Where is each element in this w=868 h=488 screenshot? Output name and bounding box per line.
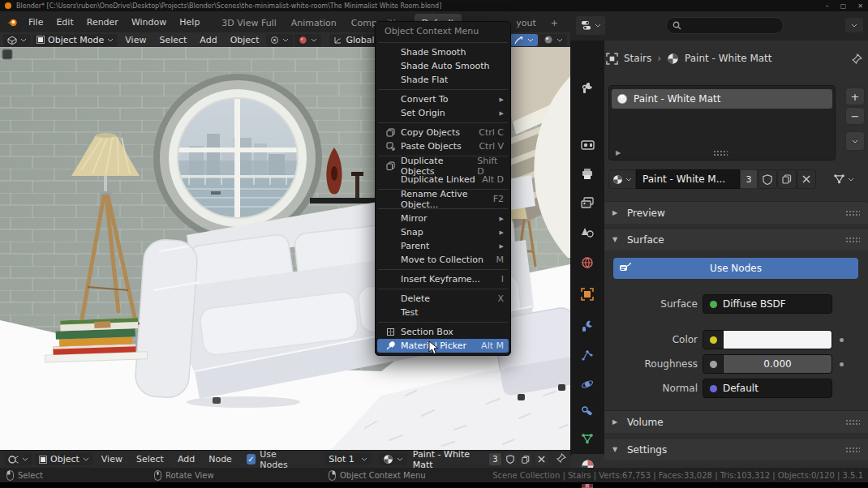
material-slot-list[interactable]: Paint - White Matt ▶ (608, 85, 836, 161)
viewport-menu-object[interactable]: Object (225, 35, 265, 45)
nodetree-selector-button[interactable] (827, 169, 860, 189)
menu-window[interactable]: Window (125, 17, 173, 28)
breadcrumb-object[interactable]: Stairs (624, 53, 651, 64)
unlink-material-button[interactable] (797, 169, 816, 189)
normal-selector[interactable]: Default (703, 379, 832, 398)
menu-item-duplicate-linked[interactable]: Duplicate LinkedAlt D (377, 173, 509, 186)
shader-menu-view[interactable]: View (96, 454, 128, 464)
maximize-button[interactable]: ▢ (840, 2, 847, 10)
shader-type-selector[interactable]: Object (35, 453, 93, 465)
panel-grip[interactable] (845, 237, 860, 242)
transform-pivot-button[interactable] (266, 34, 293, 46)
menu-item-section-box[interactable]: Section Box (377, 325, 509, 339)
panel-grip[interactable] (845, 210, 860, 216)
panel-header-preview[interactable]: ▶ Preview (604, 201, 868, 224)
panel-header-settings[interactable]: ▼ Settings (604, 438, 868, 460)
browse-material-button[interactable] (608, 169, 636, 189)
breadcrumb-material[interactable]: Paint - White Matt (685, 53, 771, 64)
menu-file[interactable]: File (22, 17, 49, 28)
menu-item-test[interactable]: Test (377, 306, 509, 319)
gizmo-button[interactable] (539, 34, 567, 46)
tab-physics[interactable] (570, 373, 604, 396)
viewport-menu-add[interactable]: Add (194, 35, 222, 45)
menu-item-set-origin[interactable]: Set Origin▶ (377, 106, 509, 120)
viewport-menu-view[interactable]: View (119, 35, 152, 45)
menu-item-shade-flat[interactable]: Shade Flat (377, 73, 509, 87)
surface-shader-selector[interactable]: Diffuse BSDF (703, 294, 832, 314)
use-nodes-checkbox[interactable]: ✓ Use Nodes (247, 449, 301, 470)
unlink-material-button[interactable] (535, 453, 548, 465)
material-name-field[interactable]: Paint - White M... (636, 169, 740, 189)
roughness-slider[interactable]: 0.000 (724, 354, 832, 374)
fake-user-button[interactable] (758, 169, 777, 189)
menu-item-snap[interactable]: Snap▶ (377, 225, 509, 239)
panel-header-surface[interactable]: ▼ Surface (604, 228, 868, 250)
add-workspace-button[interactable]: + (544, 14, 565, 32)
users-count-button[interactable]: 3 (489, 453, 502, 465)
viewport-menu-select[interactable]: Select (153, 35, 192, 45)
blender-menu-icon[interactable] (6, 17, 19, 28)
minimize-button[interactable]: – (826, 2, 829, 10)
slot-specials-button[interactable] (845, 131, 865, 151)
tab-output[interactable] (570, 162, 604, 185)
remove-slot-button[interactable]: − (845, 107, 865, 125)
editor-type-button[interactable] (3, 34, 31, 46)
tab-view-layer[interactable] (570, 191, 604, 214)
new-material-button[interactable] (519, 453, 532, 465)
menu-item-shade-auto-smooth[interactable]: Shade Auto Smooth (377, 59, 509, 73)
expand-triangle-icon[interactable]: ▶ (616, 149, 621, 156)
menu-item-insert-keyframe[interactable]: Insert Keyframe...I (377, 272, 509, 286)
color-socket-button[interactable] (703, 330, 724, 349)
search-input[interactable] (685, 21, 767, 30)
tab-object-data[interactable] (570, 427, 604, 450)
fake-user-button[interactable] (504, 453, 517, 465)
tab-particles[interactable] (570, 344, 604, 366)
editor-type-button[interactable] (4, 453, 32, 465)
menu-item-delete[interactable]: DeleteX (377, 292, 509, 306)
new-material-button[interactable] (777, 169, 797, 189)
pin-button[interactable] (556, 453, 566, 465)
shader-menu-add[interactable]: Add (172, 454, 200, 464)
slot-selector[interactable]: Slot 1 (324, 453, 372, 465)
menu-item-paste-objects[interactable]: Paste ObjectsCtrl V (377, 139, 509, 153)
tab-scene[interactable] (570, 220, 604, 243)
roughness-socket-button[interactable] (703, 354, 724, 374)
panel-options-button[interactable] (845, 18, 863, 32)
menu-item-material-picker[interactable]: Material PickerAlt M (377, 339, 509, 353)
resize-grip[interactable] (713, 150, 728, 156)
animate-dot-icon[interactable] (840, 338, 844, 342)
animate-dot-icon[interactable] (840, 362, 844, 366)
menu-edit[interactable]: Edit (49, 17, 79, 28)
tab-modifiers[interactable] (570, 315, 604, 337)
material-slot-item[interactable]: Paint - White Matt (612, 89, 832, 109)
menu-item-parent[interactable]: Parent▶ (377, 239, 509, 253)
menu-item-rename-active-object[interactable]: Rename Active Object...F2 (377, 192, 509, 206)
falloff-button[interactable] (294, 34, 321, 46)
tab-tool[interactable] (570, 76, 604, 99)
menu-help[interactable]: Help (173, 17, 206, 28)
pin-icon[interactable] (852, 54, 862, 64)
add-slot-button[interactable]: + (845, 88, 865, 105)
menu-item-convert-to[interactable]: Convert To▶ (377, 92, 509, 106)
panel-grip[interactable] (845, 419, 860, 425)
shader-menu-node[interactable]: Node (203, 454, 238, 464)
tab-constraints[interactable] (570, 400, 604, 423)
use-nodes-button[interactable]: Use Nodes (613, 258, 858, 279)
tab-world[interactable] (570, 251, 604, 274)
material-name[interactable]: Paint - White Matt (410, 449, 487, 470)
menu-item-mirror[interactable]: Mirror▶ (377, 212, 509, 225)
tab-render[interactable] (570, 133, 604, 156)
panel-grip[interactable] (845, 447, 860, 452)
panel-header-volume[interactable]: ▶ Volume (604, 410, 868, 433)
editor-type-button[interactable] (576, 16, 605, 35)
close-button[interactable]: ✕ (857, 2, 863, 10)
properties-search[interactable] (666, 17, 784, 34)
color-swatch[interactable] (724, 330, 832, 349)
workspace-tab-layout-partial[interactable]: yout (509, 14, 544, 32)
menu-render[interactable]: Render (80, 17, 125, 28)
mode-selector[interactable]: Object Mode (32, 34, 118, 46)
menu-item-move-to-collection[interactable]: Move to CollectionM (377, 253, 509, 267)
users-count-button[interactable]: 3 (740, 169, 758, 189)
menu-item-duplicate-objects[interactable]: Duplicate ObjectsShift D (377, 159, 509, 173)
tab-object[interactable] (570, 283, 604, 306)
